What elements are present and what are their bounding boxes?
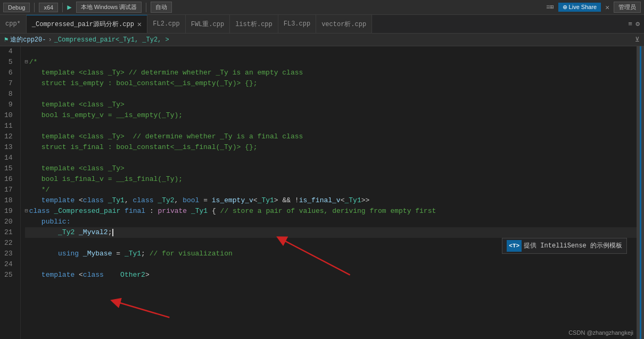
line-num-7: 7 [4,78,16,89]
tab-vector[interactable]: vector析.cpp [316,15,372,33]
breadcrumb-expand-icon[interactable]: ⊻ [635,36,640,44]
line-num-17: 17 [4,185,16,195]
tab-fl3-label: FL3.cpp [284,20,310,28]
code-line-17: */ [25,185,637,195]
auto-dropdown[interactable]: 自动 [151,2,172,13]
tab-bar-actions: ≡ ⚙ [624,15,644,33]
top-toolbar: Debug x64 ▶ 本地 Windows 调试器 自动 ≡⊞ ⊕ Live … [0,0,644,15]
tab-settings-icon[interactable]: ⚙ [635,20,640,28]
line-num-22: 22 [4,238,16,249]
line-num-11: 11 [4,121,16,131]
code-line-6: template <class _Ty> // determine whethe… [25,68,637,78]
code-line-8 [25,89,637,100]
intellisense-tooltip: <T> 提供 IntelliSense 的示例模板 [502,238,627,254]
code-line-25: template <class Other2> [25,270,637,280]
line-num-18: 18 [4,195,16,206]
line-num-15: 15 [4,163,16,174]
line-num-4: 4 [4,46,16,57]
line-num-20: 20 [4,217,16,227]
line-numbers-gutter: 4 5 6 7 8 9 10 11 12 13 14 15 16 17 18 1… [0,46,21,339]
intellisense-text: 提供 IntelliSense 的示例模板 [524,241,622,251]
breadcrumb-sep: › [48,36,52,44]
cursor [112,229,113,236]
scrollbar[interactable] [637,46,644,339]
tab-bar: cpp* _Compressed_pair源码分析.cpp ✕ FL2.cpp … [0,15,644,34]
editor-container: 4 5 6 7 8 9 10 11 12 13 14 15 16 17 18 1… [0,46,644,339]
line-num-14: 14 [4,153,16,163]
tab-list-label: list析.cpp [235,20,273,29]
tab-overflow-icon[interactable]: ≡ [628,20,632,28]
code-line-16: bool is_final_v = __is_final(_Ty); [25,174,637,185]
line-num-24: 24 [4,259,16,270]
code-line-9: template <class _Ty> [25,100,637,110]
code-line-12: template <class _Ty> // determine whethe… [25,131,637,142]
watermark: CSDN @zhangzhangkeji [568,329,633,336]
fold-icon-19[interactable]: ⊟ [25,206,28,217]
sep2 [62,3,63,12]
code-line-20: public: [25,217,637,227]
tab-compressed-pair-label: _Compressed_pair源码分析.cpp [32,20,134,29]
live-share-button[interactable]: ⊕ Live Share [558,3,601,12]
debug-dropdown[interactable]: Debug [3,3,30,12]
line-num-9: 9 [4,100,16,110]
intellisense-tag: <T> [507,240,522,252]
run-dropdown[interactable]: 本地 Windows 调试器 [76,2,142,13]
code-line-4 [25,46,637,57]
line-num-21: 21 [4,227,16,238]
code-line-10: bool is_empty_v = __is_empty(_Ty); [25,110,637,121]
tab-fl3[interactable]: FL3.cpp [278,15,316,33]
tab-cpp20-label: cpp* [5,20,21,28]
line-num-19: 19 [4,206,16,217]
code-line-18: template <class _Ty1, class _Ty2, bool =… [25,195,637,206]
breadcrumb-scope[interactable]: 途的cpp20- [10,35,46,44]
line-num-5: 5 [4,57,16,68]
tab-compressed-pair[interactable]: _Compressed_pair源码分析.cpp ✕ [27,15,147,33]
tab-fl2[interactable]: FL2.cpp [147,15,185,33]
svg-line-3 [115,302,169,318]
tab-fwl-label: FWL重.cpp [191,20,224,29]
breadcrumb-class[interactable]: _Compressed_pair<_Ty1, _Ty2, > [54,36,169,44]
code-area[interactable]: ⊟/* template <class _Ty> // determine wh… [21,46,637,339]
code-line-24 [25,259,637,270]
breadcrumb-icon: ⚑ [4,36,8,44]
toolbar-right: ≡⊞ ⊕ Live Share ✕ 管理员 [546,2,641,13]
code-line-13: struct is_final : bool_constant<__is_fin… [25,142,637,153]
play-icon[interactable]: ▶ [67,3,71,12]
code-line-15: template <class _Ty> [25,163,637,174]
sep1 [34,3,35,12]
line-num-12: 12 [4,131,16,142]
tab-vector-label: vector析.cpp [321,20,366,29]
scroll-line [640,46,641,339]
code-line-14 [25,153,637,163]
platform-dropdown[interactable]: x64 [39,3,58,12]
tab-cpp20[interactable]: cpp* [0,15,27,33]
code-line-19: ⊟class _Compressed_pair final : private … [25,206,637,217]
code-line-5: ⊟/* [25,57,637,68]
line-num-16: 16 [4,174,16,185]
fold-icon-5[interactable]: ⊟ [25,57,28,68]
line-num-23: 23 [4,249,16,259]
code-line-21: _Ty2 _Myval2; [25,227,637,238]
breadcrumb-bar: ⚑ 途的cpp20- › _Compressed_pair<_Ty1, _Ty2… [0,34,644,46]
live-share-label: Live Share [569,4,597,10]
code-line-7: struct is_empty : bool_constant<__is_emp… [25,78,637,89]
admin-button[interactable]: 管理员 [614,2,641,13]
live-share-icon: ⊕ [563,4,567,10]
tab-fwl[interactable]: FWL重.cpp [186,15,230,33]
line-num-25: 25 [4,270,16,280]
tab-list[interactable]: list析.cpp [230,15,278,33]
tab-fl2-label: FL2.cpp [153,20,179,28]
line-num-10: 10 [4,110,16,121]
tab-close-icon[interactable]: ✕ [137,21,142,28]
close-icon[interactable]: ✕ [605,3,609,12]
line-num-8: 8 [4,89,16,100]
sep3 [146,3,146,12]
line-num-6: 6 [4,68,16,78]
editor-wrapper: ⊟/* template <class _Ty> // determine wh… [21,46,644,339]
layout-icons: ≡⊞ [546,3,554,11]
code-line-11 [25,121,637,131]
line-num-13: 13 [4,142,16,153]
